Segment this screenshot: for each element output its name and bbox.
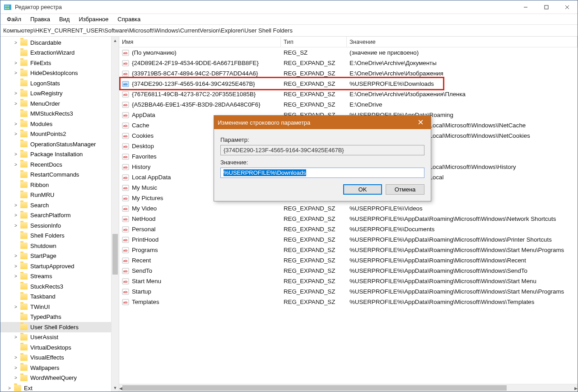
tree-vertical-scrollbar[interactable]: ▲ ▼ <box>111 37 119 392</box>
tree-item[interactable]: OperationStatusManager <box>0 139 111 149</box>
col-header-value[interactable]: Значение <box>347 37 578 47</box>
chevron-right-icon[interactable]: > <box>13 101 19 106</box>
chevron-right-icon[interactable]: > <box>13 335 19 340</box>
chevron-right-icon[interactable]: > <box>13 365 19 370</box>
scroll-down-button[interactable]: ▼ <box>112 384 119 392</box>
list-row[interactable]: ab{767E6811-49CB-4273-87C2-20F355E1085B}… <box>119 89 578 99</box>
chevron-right-icon[interactable]: > <box>13 152 19 157</box>
chevron-right-icon[interactable]: > <box>13 121 19 126</box>
list-row[interactable]: abStartupREG_EXPAND_SZ%USERPROFILE%\AppD… <box>119 286 578 297</box>
scroll-right-button[interactable]: ▶ <box>574 384 578 392</box>
menu-help[interactable]: Справка <box>113 14 145 24</box>
col-header-type[interactable]: Тип <box>281 37 347 47</box>
scroll-track[interactable] <box>112 44 119 384</box>
list-row[interactable]: ab(По умолчанию)REG_SZ(значение не присв… <box>119 47 578 58</box>
tree-item[interactable]: Ribbon <box>0 180 111 190</box>
list-row[interactable]: abTemplatesREG_EXPAND_SZ%USERPROFILE%\Ap… <box>119 297 578 307</box>
menu-favorites[interactable]: Избранное <box>74 14 113 24</box>
tree-item[interactable]: LogonStats <box>0 78 111 89</box>
tree-item[interactable]: TypedPaths <box>0 312 111 322</box>
chevron-right-icon[interactable]: > <box>13 213 19 218</box>
address-bar[interactable]: Компьютер\HKEY_CURRENT_USER\Software\Mic… <box>0 25 578 37</box>
list-row[interactable]: abNetHoodREG_EXPAND_SZ%USERPROFILE%\AppD… <box>119 214 578 224</box>
chevron-right-icon[interactable]: > <box>13 91 19 96</box>
cancel-button[interactable]: Отмена <box>386 184 424 195</box>
menu-edit[interactable]: Правка <box>26 14 55 24</box>
chevron-right-icon[interactable]: > <box>13 61 19 65</box>
maximize-button[interactable] <box>536 0 557 14</box>
scroll-left-button[interactable]: ◀ <box>119 384 122 392</box>
tree-item[interactable]: >HideDesktopIcons <box>0 68 111 79</box>
tree-item[interactable]: >WordWheelQuery <box>0 373 111 383</box>
chevron-right-icon[interactable]: > <box>13 162 19 167</box>
scroll-up-button[interactable]: ▲ <box>112 37 119 44</box>
chevron-right-icon[interactable]: > <box>13 304 19 309</box>
tree-item[interactable]: >Package Installation <box>0 149 111 160</box>
menu-view[interactable]: Вид <box>55 14 75 24</box>
list-row[interactable]: ab{339719B5-8C47-4894-94C2-D8F77ADD44A6}… <box>119 68 578 79</box>
tree-item[interactable]: VirtualDesktops <box>0 342 111 353</box>
tree-item[interactable]: >Ext <box>0 383 111 392</box>
dialog-titlebar[interactable]: Изменение строкового параметра <box>214 116 431 129</box>
tree-item[interactable]: >StartupApproved <box>0 261 111 271</box>
tree-item[interactable]: RunMRU <box>0 190 111 201</box>
scroll-thumb[interactable] <box>112 234 118 275</box>
tree-item[interactable]: User Shell Folders <box>0 322 111 332</box>
tree-item[interactable]: >RecentDocs <box>0 159 111 170</box>
tree-item[interactable]: >Wallpapers <box>0 363 111 373</box>
chevron-right-icon[interactable]: > <box>13 223 19 228</box>
tree-item[interactable]: >MenuOrder <box>0 98 111 109</box>
tree-item[interactable]: Shell Folders <box>0 231 111 241</box>
tree-scroll-area[interactable]: >DiscardableExtractionWizard>FileExts>Hi… <box>0 37 111 392</box>
tree-item[interactable]: >FileExts <box>0 58 111 68</box>
dialog-close-button[interactable] <box>414 119 427 126</box>
tree-item[interactable]: ExtractionWizard <box>0 48 111 58</box>
chevron-right-icon[interactable]: > <box>7 386 12 391</box>
ok-button[interactable]: OK <box>343 184 382 195</box>
tree-item[interactable]: StuckRects3 <box>0 281 111 292</box>
tree-item[interactable]: >SearchPlatform <box>0 210 111 221</box>
chevron-right-icon[interactable]: > <box>13 375 19 380</box>
list-body[interactable]: ab(По умолчанию)REG_SZ(значение не присв… <box>119 47 578 384</box>
tree-item[interactable]: >TWinUI <box>0 302 111 312</box>
tree-item[interactable]: >LowRegistry <box>0 89 111 99</box>
list-row[interactable]: abRecentREG_EXPAND_SZ%USERPROFILE%\AppDa… <box>119 255 578 266</box>
list-row[interactable]: ab{374DE290-123F-4565-9164-39C4925E467B}… <box>119 79 578 89</box>
chevron-right-icon[interactable]: > <box>13 355 19 360</box>
list-row[interactable]: abPersonalREG_EXPAND_SZ%USERPROFILE%\Doc… <box>119 224 578 234</box>
close-button[interactable] <box>557 0 578 14</box>
scroll-track-h[interactable] <box>122 384 574 392</box>
list-row[interactable]: abStart MenuREG_EXPAND_SZ%USERPROFILE%\A… <box>119 276 578 286</box>
tree-item[interactable]: >Modules <box>0 119 111 129</box>
col-header-name[interactable]: Имя <box>119 37 281 47</box>
list-row[interactable]: ab{24D89E24-2F19-4534-9DDE-6A6671FBB8FE}… <box>119 58 578 68</box>
list-row[interactable]: abSendToREG_EXPAND_SZ%USERPROFILE%\AppDa… <box>119 266 578 276</box>
list-row[interactable]: abMy VideoREG_EXPAND_SZ%USERPROFILE%\Vid… <box>119 203 578 214</box>
tree-item[interactable]: MMStuckRects3 <box>0 109 111 119</box>
chevron-right-icon[interactable]: > <box>13 274 19 279</box>
list-row[interactable]: abPrintHoodREG_EXPAND_SZ%USERPROFILE%\Ap… <box>119 234 578 245</box>
chevron-right-icon[interactable]: > <box>13 203 19 208</box>
minimize-button[interactable] <box>515 0 536 14</box>
tree-item[interactable]: >MountPoints2 <box>0 129 111 140</box>
tree-item[interactable]: >Discardable <box>0 37 111 48</box>
tree-item[interactable]: Shutdown <box>0 241 111 251</box>
list-horizontal-scrollbar[interactable]: ◀ ▶ <box>119 384 578 392</box>
tree-item[interactable]: >VisualEffects <box>0 353 111 363</box>
chevron-right-icon[interactable]: > <box>13 253 19 258</box>
tree-item[interactable]: >StartPage <box>0 251 111 261</box>
tree-item[interactable]: >UserAssist <box>0 332 111 343</box>
tree-item[interactable]: >Streams <box>0 271 111 282</box>
chevron-right-icon[interactable]: > <box>13 264 19 269</box>
chevron-right-icon[interactable]: > <box>13 70 19 75</box>
value-field[interactable]: %USERPROFILE%\Downloads <box>220 168 424 178</box>
tree-item[interactable]: Taskband <box>0 292 111 302</box>
tree-item[interactable]: >Search <box>0 200 111 210</box>
chevron-right-icon[interactable]: > <box>13 131 19 136</box>
tree-item[interactable]: RestartCommands <box>0 170 111 180</box>
tree-item[interactable]: >SessionInfo <box>0 220 111 231</box>
chevron-right-icon[interactable]: > <box>13 40 19 45</box>
menu-file[interactable]: Файл <box>2 14 26 24</box>
list-row[interactable]: abProgramsREG_EXPAND_SZ%USERPROFILE%\App… <box>119 245 578 255</box>
list-row[interactable]: ab{A52BBA46-E9E1-435F-B3D9-28DAA648C0F6}… <box>119 99 578 110</box>
